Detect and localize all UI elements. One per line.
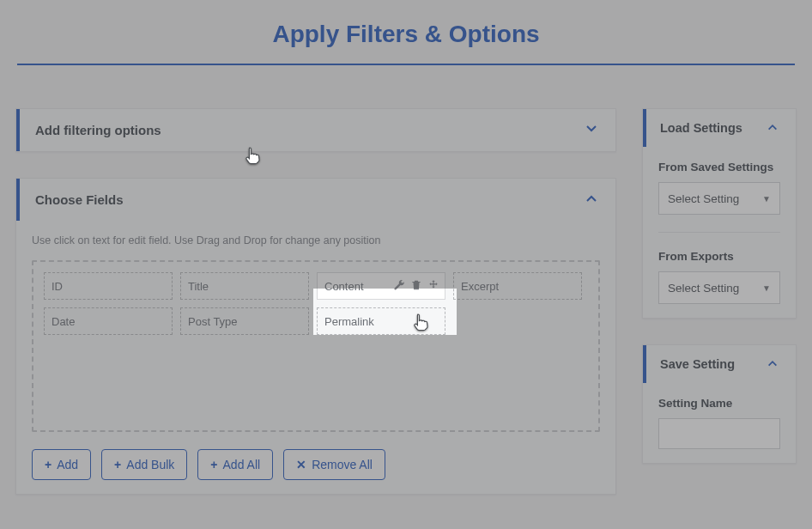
chevron-up-icon [767, 121, 779, 136]
save-setting-header[interactable]: Save Setting [643, 345, 796, 383]
field-chip-date[interactable]: Date [44, 307, 173, 335]
setting-name-label: Setting Name [658, 397, 780, 410]
from-saved-heading: From Saved Settings [658, 161, 780, 173]
load-settings-title: Load Settings [660, 121, 742, 135]
field-chip-content[interactable]: Content [317, 272, 445, 300]
chevron-down-icon [585, 122, 598, 138]
wrench-icon[interactable] [393, 279, 405, 294]
setting-name-input[interactable] [658, 418, 780, 449]
choose-fields-title: Choose Fields [35, 192, 124, 207]
filter-options-header[interactable]: Add filtering options [16, 109, 615, 151]
save-setting-panel: Save Setting Setting Name [642, 344, 797, 464]
field-chip-title[interactable]: Title [180, 272, 309, 300]
field-chip-label: Title [188, 280, 209, 293]
fields-dropzone[interactable]: ID Title Content [32, 260, 600, 432]
add-button[interactable]: + Add [32, 449, 91, 480]
plus-icon: + [114, 459, 121, 471]
field-chip-label: Permalink [324, 315, 374, 328]
add-all-button[interactable]: + Add All [197, 449, 273, 480]
remove-all-button[interactable]: ✕ Remove All [283, 449, 385, 480]
filter-options-title: Add filtering options [35, 123, 161, 137]
add-bulk-label: Add Bulk [126, 458, 174, 471]
field-chip-permalink[interactable]: Permalink [317, 307, 445, 335]
page-title: Apply Filters & Options [0, 0, 812, 64]
load-settings-header[interactable]: Load Settings [643, 109, 796, 147]
x-icon: ✕ [296, 459, 306, 471]
add-label: Add [57, 458, 78, 471]
add-all-label: Add All [223, 458, 261, 471]
save-setting-title: Save Setting [660, 357, 735, 371]
field-chip-label: Post Type [188, 315, 238, 328]
add-bulk-button[interactable]: + Add Bulk [101, 449, 187, 480]
move-icon[interactable] [427, 279, 439, 294]
load-settings-panel: Load Settings From Saved Settings Select… [642, 108, 797, 319]
select-placeholder: Select Setting [668, 282, 739, 295]
triangle-down-icon: ▼ [762, 194, 771, 204]
chevron-up-icon [585, 192, 598, 208]
field-chip-label: Excerpt [461, 280, 499, 293]
field-chip-excerpt[interactable]: Excerpt [453, 272, 582, 300]
field-chip-label: Date [52, 315, 75, 328]
field-chip-id[interactable]: ID [44, 272, 173, 300]
plus-icon: + [45, 459, 52, 471]
field-chip-label: Content [324, 280, 364, 293]
plus-icon: + [210, 459, 217, 471]
title-divider [17, 64, 795, 65]
exports-select[interactable]: Select Setting ▼ [658, 271, 780, 304]
field-chip-label: ID [52, 280, 63, 293]
filter-options-panel: Add filtering options [15, 108, 616, 152]
remove-all-label: Remove All [312, 458, 373, 471]
trash-icon[interactable] [410, 279, 422, 294]
chevron-up-icon [767, 357, 779, 372]
choose-fields-header[interactable]: Choose Fields [16, 179, 615, 221]
from-exports-heading: From Exports [658, 250, 780, 263]
choose-fields-hint: Use click on text for edit field. Use Dr… [32, 234, 600, 246]
triangle-down-icon: ▼ [762, 283, 771, 293]
choose-fields-panel: Choose Fields Use click on text for edit… [15, 178, 616, 495]
saved-settings-select[interactable]: Select Setting ▼ [658, 182, 780, 215]
divider [658, 232, 780, 233]
select-placeholder: Select Setting [668, 192, 739, 205]
field-chip-post-type[interactable]: Post Type [180, 307, 309, 335]
